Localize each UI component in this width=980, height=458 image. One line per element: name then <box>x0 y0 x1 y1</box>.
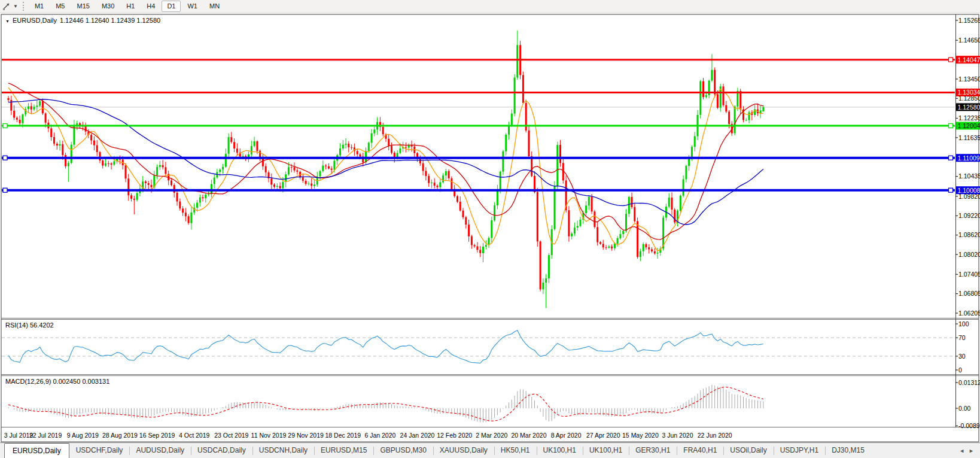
draw-tool-button[interactable]: ▼ <box>0 2 18 11</box>
chart-ohlc-values: 1.12446 1.12640 1.12439 1.12580 <box>60 17 160 24</box>
svg-text:27 Apr 2020: 27 Apr 2020 <box>586 432 620 439</box>
price-tag-1.10008: 1.10008 <box>956 186 980 194</box>
svg-text:1.12004: 1.12004 <box>958 122 980 129</box>
svg-text:0.00: 0.00 <box>958 405 971 412</box>
timeframe-button-m15[interactable]: M15 <box>71 1 95 12</box>
tab-ger30-h1[interactable]: GER30,H1 <box>629 443 677 458</box>
tab-eurusd-m15[interactable]: EURUSD,M15 <box>314 443 373 458</box>
svg-text:0: 0 <box>958 366 962 374</box>
svg-text:70: 70 <box>958 334 966 341</box>
svg-text:16 Sep 2019: 16 Sep 2019 <box>139 432 175 439</box>
svg-text:1.06205: 1.06205 <box>958 310 980 317</box>
svg-text:1.09220: 1.09220 <box>958 212 980 219</box>
svg-text:100: 100 <box>958 320 969 327</box>
svg-text:1.14650: 1.14650 <box>958 37 980 44</box>
tab-gbpusd-m30[interactable]: GBPUSD,M30 <box>373 443 433 458</box>
symbol-tabs: EURUSD,DailyUSDCHF,DailyAUDUSD,DailyUSDC… <box>0 443 871 458</box>
timeframe-button-m5[interactable]: M5 <box>50 1 70 12</box>
svg-text:-0.008933: -0.008933 <box>958 422 980 429</box>
tab-fra40-h1[interactable]: FRA40,H1 <box>677 443 723 458</box>
tab-usdcad-daily[interactable]: USDCAD,Daily <box>191 443 252 458</box>
tab-usdchf-daily[interactable]: USDCHF,Daily <box>69 443 130 458</box>
svg-text:18 Dec 2019: 18 Dec 2019 <box>325 432 361 439</box>
svg-text:0.013121: 0.013121 <box>958 379 980 386</box>
timeframe-button-h4[interactable]: H4 <box>141 1 160 12</box>
svg-text:9 Aug 2019: 9 Aug 2019 <box>67 432 99 439</box>
svg-text:1.14047: 1.14047 <box>958 56 980 63</box>
tab-hk50-h1[interactable]: HK50,H1 <box>494 443 537 458</box>
macd-indicator-label: MACD(12,26,9) 0.002450 0.003131 <box>5 378 109 385</box>
tab-audusd-daily[interactable]: AUDUSD,Daily <box>129 443 191 458</box>
timeframe-button-d1[interactable]: D1 <box>162 1 181 12</box>
tab-usdjpy-h1[interactable]: USDJPY,H1 <box>774 443 825 458</box>
timeframe-button-mn[interactable]: MN <box>204 1 225 12</box>
svg-text:6 Jan 2020: 6 Jan 2020 <box>364 432 395 439</box>
svg-text:30: 30 <box>958 353 966 360</box>
tab-usdcnh-daily[interactable]: USDCNH,Daily <box>252 443 314 458</box>
chart-canvas[interactable]: 1.152651.146501.134501.128501.122351.116… <box>0 0 980 458</box>
svg-text:12 Feb 2020: 12 Feb 2020 <box>437 432 472 439</box>
svg-text:15 May 2020: 15 May 2020 <box>622 432 659 439</box>
rsi-indicator-label: RSI(14) 56.4202 <box>5 321 54 329</box>
svg-text:24 Jan 2020: 24 Jan 2020 <box>400 432 435 439</box>
svg-text:1.13034: 1.13034 <box>958 89 980 96</box>
tab-uk100-h1[interactable]: UK100,H1 <box>583 443 629 458</box>
svg-text:4 Oct 2019: 4 Oct 2019 <box>179 432 210 439</box>
tab-uk100-h1[interactable]: UK100,H1 <box>537 443 583 458</box>
svg-text:20 Mar 2020: 20 Mar 2020 <box>512 432 547 439</box>
svg-text:22 Jun 2020: 22 Jun 2020 <box>698 432 732 439</box>
svg-text:1.15265: 1.15265 <box>958 17 980 24</box>
timeframe-buttons: M1M5M15M30H1H4D1W1MN <box>29 1 226 12</box>
svg-text:28 Aug 2019: 28 Aug 2019 <box>102 432 138 439</box>
tab-dj30-m15[interactable]: DJ30,M15 <box>825 443 871 458</box>
svg-text:1.06805: 1.06805 <box>958 290 980 297</box>
svg-text:23 Oct 2019: 23 Oct 2019 <box>214 432 248 439</box>
timeframe-button-m1[interactable]: M1 <box>29 1 49 12</box>
tab-xauusd-daily[interactable]: XAUUSD,Daily <box>433 443 494 458</box>
price-tag-1.12004: 1.12004 <box>956 122 980 130</box>
chart-title: ▼ EURUSD,Daily 1.12446 1.12640 1.12439 1… <box>5 17 160 24</box>
tab-eurusd-daily[interactable]: EURUSD,Daily <box>4 443 69 458</box>
svg-text:1.08020: 1.08020 <box>958 251 980 258</box>
price-tag-1.11009: 1.11009 <box>956 154 980 162</box>
svg-text:1.10435: 1.10435 <box>958 172 980 180</box>
svg-text:1.07405: 1.07405 <box>958 271 980 278</box>
svg-text:1.10008: 1.10008 <box>958 187 980 194</box>
svg-text:22 Jul 2019: 22 Jul 2019 <box>29 432 62 439</box>
trading-terminal: { "toolbar": { "draw_tool_icon": "trendl… <box>0 0 980 458</box>
svg-text:1.08620: 1.08620 <box>958 231 980 238</box>
tabs-scroll-left-icon[interactable]: ◄ <box>959 448 964 454</box>
tab-usoil-daily[interactable]: USOil,Daily <box>723 443 773 458</box>
timeframe-button-w1[interactable]: W1 <box>182 1 203 12</box>
svg-text:8 Apr 2020: 8 Apr 2020 <box>551 432 582 439</box>
svg-text:1.12235: 1.12235 <box>958 114 980 122</box>
svg-text:29 Nov 2019: 29 Nov 2019 <box>288 432 324 439</box>
toolbar-grip <box>23 2 25 11</box>
svg-text:1.11635: 1.11635 <box>958 134 980 141</box>
svg-text:1.11009: 1.11009 <box>958 154 980 162</box>
price-tag-1.13034: 1.13034 <box>956 89 980 96</box>
tabs-scroll-right-icon[interactable]: ► <box>969 448 974 454</box>
price-tag-1.14047: 1.14047 <box>956 56 980 63</box>
symbol-tabbar: EURUSD,DailyUSDCHF,DailyAUDUSD,DailyUSDC… <box>0 442 980 458</box>
trendline-draw-icon <box>2 2 11 11</box>
svg-text:11 Nov 2019: 11 Nov 2019 <box>251 432 287 439</box>
timeframe-button-m30[interactable]: M30 <box>96 1 120 12</box>
timeframe-button-h1[interactable]: H1 <box>121 1 140 12</box>
chart-symbol-label: EURUSD,Daily <box>13 17 57 24</box>
chart-dropdown-icon[interactable]: ▼ <box>5 19 10 23</box>
toolbar: ▼ M1M5M15M30H1H4D1W1MN <box>0 0 980 13</box>
current-price-tag: 1.12580 <box>956 103 980 111</box>
svg-text:1.13450: 1.13450 <box>958 75 980 83</box>
date-axis: 3 Jul 201922 Jul 20199 Aug 201928 Aug 20… <box>4 432 732 439</box>
svg-text:1.12580: 1.12580 <box>958 104 980 111</box>
chevron-down-icon: ▼ <box>13 4 18 9</box>
svg-text:2 Mar 2020: 2 Mar 2020 <box>476 432 507 439</box>
svg-text:3 Jun 2020: 3 Jun 2020 <box>662 432 693 439</box>
